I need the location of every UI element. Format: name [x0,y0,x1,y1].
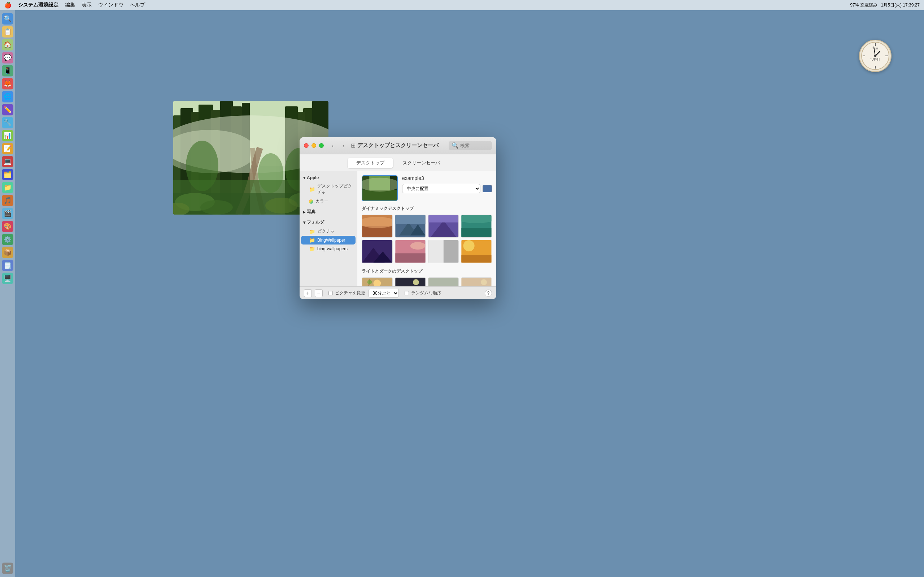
svg-rect-62 [428,240,444,263]
color-swatch[interactable] [483,185,492,192]
dock-item-4[interactable]: 💬 [2,52,13,63]
minimize-button[interactable] [312,143,316,148]
sidebar-photos-header[interactable]: ▸ 写真 [300,207,357,216]
bing-wallpapers-folder-icon: 📁 [309,246,315,252]
dock-item-3[interactable]: 🏠 [2,39,13,50]
light-dark-title: ライトとダークのデスクトップ [362,268,492,274]
thumb-dynamic-5[interactable] [362,240,393,263]
svg-text:1月5日: 1月5日 [870,57,880,61]
thumb-dynamic-3[interactable] [428,214,459,238]
dock-item-8[interactable]: ✏️ [2,104,13,115]
thumb-ld-4[interactable] [461,277,492,286]
svg-point-26 [258,153,283,193]
svg-text:TUE: TUE [872,47,878,50]
thumb-dynamic-2[interactable] [395,214,426,238]
svg-point-71 [367,280,372,284]
dynamic-desktop-title: ダイナミックデスクトップ [362,206,492,212]
sidebar-apple-label: Apple [307,175,319,180]
sidebar-item-bing-wallpapers[interactable]: 📁 bing-wallpapers [300,245,357,253]
back-button[interactable]: ‹ [329,142,337,150]
close-button[interactable] [304,143,309,148]
sidebar-color-label: カラー [315,198,328,205]
dock-item-11[interactable]: 📝 [2,143,13,154]
change-picture-checkbox[interactable] [328,291,333,295]
dock-item-14[interactable]: 📁 [2,182,13,193]
wallpaper-thumbnail-preview[interactable] [362,175,398,201]
sidebar-pictures-label: ピクチャ [317,228,334,234]
tab-desktop[interactable]: デスクトップ [347,158,393,168]
svg-point-44 [362,217,393,228]
dock-item-15[interactable]: 🎵 [2,195,13,206]
sidebar-apple-header[interactable]: ▾ Apple [300,174,357,182]
dock-item-19[interactable]: 📦 [2,247,13,258]
menu-window[interactable]: ウインドウ [98,2,123,8]
sidebar-item-bing-wallpaper[interactable]: 📁 BingWallpaper [301,236,355,245]
svg-rect-78 [428,278,459,286]
dock-item-21[interactable]: 🖥️ [2,272,13,284]
thumb-ld-3[interactable] [428,277,459,286]
svg-point-19 [200,200,233,214]
dock-item-12[interactable]: 💻 [2,156,13,167]
prefs-window: ‹ › ⊞ デスクトップとスクリーンセーバ 🔍 デスクトップ スクリーンセーバ … [300,137,496,299]
svg-rect-51 [428,215,459,222]
clock-widget: TUE 1月5日 [859,40,892,72]
date-time: 1月5日(火) 17:39:27 [881,2,920,8]
remove-folder-button[interactable]: − [315,289,323,297]
right-panel: example3 中央に配置 ダイナミックデスクトップ [357,171,496,286]
style-dropdown[interactable]: 中央に配置 [402,184,480,193]
menu-edit[interactable]: 編集 [65,2,75,8]
chevron-down-icon-2: ▾ [303,220,305,225]
apple-menu[interactable]: 🍎 [4,2,11,9]
maximize-button[interactable] [319,143,324,148]
dock-item-13[interactable]: 🗂️ [2,169,13,180]
grid-view-button[interactable]: ⊞ [349,142,357,150]
svg-point-82 [481,279,487,285]
thumb-dynamic-7[interactable] [428,240,459,263]
thumb-ld-2[interactable] [395,277,426,286]
random-order-checkbox[interactable] [405,291,409,295]
timer-dropdown[interactable]: 30分ごと [368,289,399,298]
forward-button[interactable]: › [340,142,347,150]
dock-item-7[interactable]: 🌐 [2,91,13,102]
dock-item-18[interactable]: ⚙️ [2,234,13,245]
thumb-dynamic-8[interactable] [461,240,492,263]
menu-help[interactable]: ヘルプ [130,2,145,8]
sidebar-folder-section: ▾ フォルダ 📁 ピクチャ 📁 BingWallpaper 📁 bing-wal… [300,218,357,253]
help-button[interactable]: ? [485,290,492,297]
preview-filename: example3 [402,175,492,181]
thumb-dynamic-1[interactable] [362,214,393,238]
dock-item-10[interactable]: 📊 [2,130,13,141]
thumb-dynamic-6[interactable] [395,240,426,263]
sidebar-folder-header[interactable]: ▾ フォルダ [300,218,357,227]
svg-point-54 [461,215,492,223]
svg-point-24 [186,141,218,191]
sidebar-item-desktop-pictures[interactable]: 📁 デスクトップピクチャ [300,182,357,197]
dock-finder[interactable]: 🔍 [2,13,13,24]
dock-item-20[interactable]: 🗒️ [2,259,13,271]
dock-item-17[interactable]: 🎨 [2,221,13,232]
content-area: ▾ Apple 📁 デスクトップピクチャ カラー ▸ 写真 [300,171,496,286]
dock-item-6[interactable]: 🦊 [2,78,13,89]
app-name[interactable]: システム環境設定 [18,2,58,8]
menu-view[interactable]: 表示 [82,2,92,8]
svg-point-41 [362,178,397,192]
thumb-dynamic-4[interactable] [461,214,492,238]
menubar: 🍎 システム環境設定 編集 表示 ウインドウ ヘルプ 97% 充電済み 1月5日… [0,0,924,10]
add-folder-button[interactable]: + [304,289,312,297]
tab-screensaver[interactable]: スクリーンセーバ [394,158,449,168]
search-input[interactable] [460,143,489,148]
dock-item-2[interactable]: 📋 [2,26,13,37]
folder-icon: 📁 [309,187,315,192]
dock-item-5[interactable]: 📱 [2,65,13,76]
dock-trash[interactable]: 🗑️ [2,562,13,574]
dock-item-16[interactable]: 🎬 [2,208,13,219]
battery-status: 97% 充電済み [850,2,877,8]
sidebar-item-pictures[interactable]: 📁 ピクチャ [300,227,357,236]
svg-point-23 [265,198,298,213]
dock-item-9[interactable]: 🔧 [2,117,13,128]
sidebar-item-color[interactable]: カラー [300,197,357,206]
svg-rect-48 [395,215,425,224]
sidebar-photos-section: ▸ 写真 [300,207,357,216]
thumb-ld-1[interactable] [362,277,393,286]
search-box[interactable]: 🔍 [449,141,492,150]
